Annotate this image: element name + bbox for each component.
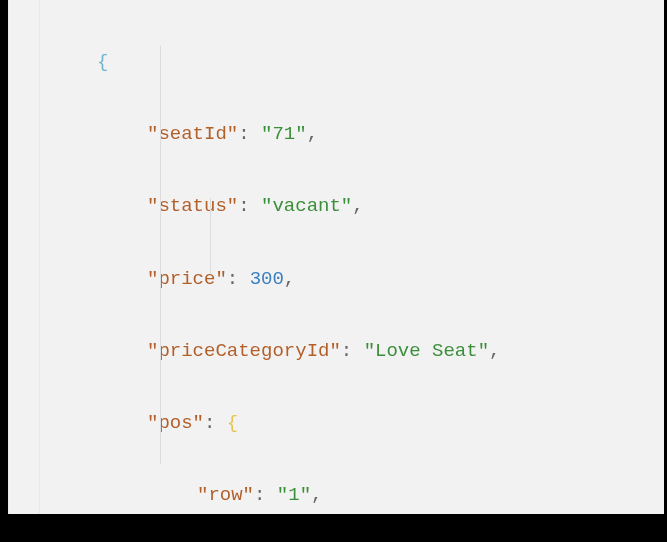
json-value-price: 300: [250, 268, 284, 290]
comma: ,: [307, 123, 318, 145]
code-editor: { "seatId": "71", "status": "vacant", "p…: [8, 0, 664, 514]
json-value-seatId: "71": [261, 123, 307, 145]
json-value-priceCategoryId: "Love Seat": [364, 340, 489, 362]
comma: ,: [311, 484, 322, 506]
json-value-row: "1": [277, 484, 311, 506]
json-key-pos: "pos": [147, 412, 204, 434]
indent-guide: [160, 46, 161, 464]
indent-guide: [210, 198, 211, 274]
colon: :: [254, 484, 265, 506]
json-key-priceCategoryId: "priceCategoryId": [147, 340, 341, 362]
gutter-divider: [39, 0, 40, 514]
colon: :: [238, 195, 249, 217]
comma: ,: [489, 340, 500, 362]
json-value-status: "vacant": [261, 195, 352, 217]
comma: ,: [284, 268, 295, 290]
json-key-row: "row": [197, 484, 254, 506]
colon: :: [227, 268, 238, 290]
colon: :: [238, 123, 249, 145]
brace-open-nested: {: [227, 412, 238, 434]
code-block: { "seatId": "71", "status": "vacant", "p…: [9, 0, 664, 542]
colon: :: [204, 412, 215, 434]
colon: :: [341, 340, 352, 362]
comma: ,: [352, 195, 363, 217]
json-key-price: "price": [147, 268, 227, 290]
brace-open: {: [97, 51, 108, 73]
